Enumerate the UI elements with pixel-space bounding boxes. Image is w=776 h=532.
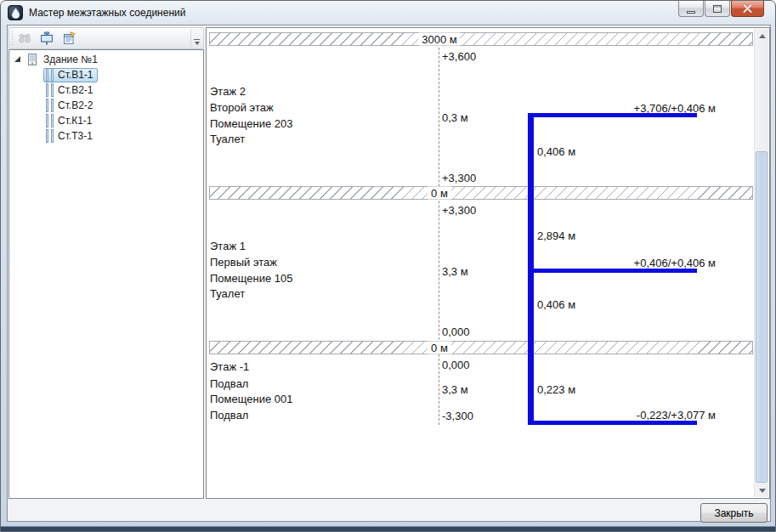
pipe-measure-label: 0,406 м [537,298,575,312]
floor2-info: Туалет [210,133,245,146]
connections-icon [40,31,54,45]
dialog-client-area: Здание №1 Ст.В1-1 Ст.В2-1 Ст.В2-2 Ст.К1-… [7,25,771,522]
basement-info: Подвал [210,377,248,391]
tree-item[interactable]: Ст.В1-1 [9,67,203,82]
floor1-info: Помещение 105 [210,272,293,286]
floor1-info: Этаж 1 [210,240,246,253]
tree-item-label: Ст.В2-2 [58,99,93,111]
tree-item-label: Ст.В2-1 [58,84,93,96]
basement-info: Этаж -1 [210,360,249,374]
arrow-down-icon [759,489,766,493]
scrollbar-up-button[interactable] [755,29,769,42]
toolbar-overflow-button[interactable] [190,29,202,48]
tree-children: Ст.В1-1 Ст.В2-1 Ст.В2-2 Ст.К1-1 Ст.Т3-1 [9,67,203,144]
slab-label: 0 м [428,342,451,354]
elevation-label: -3,300 [442,410,473,423]
dialog-window: Мастер межэтажных соединений [0,0,776,532]
maximize-button[interactable] [705,1,730,17]
tree-item-label: Ст.В1-1 [58,69,93,81]
branch-pipe-bottom [530,421,697,425]
toolbar-grip[interactable] [11,31,14,45]
riser-icon [46,99,54,112]
elevation-label: +3,300 [442,172,476,185]
tree-item[interactable]: Ст.К1-1 [9,113,203,128]
riser-icon [46,114,54,127]
title-bar[interactable]: Мастер межэтажных соединений [1,1,775,25]
pipe-measure-label: 0,406 м [537,145,575,159]
riser-icon [46,129,54,143]
pipe-measure-label: 2,894 м [537,229,575,243]
basement-info: Подвал [210,409,248,422]
close-icon [743,4,752,14]
minimize-button[interactable] [678,1,704,17]
properties-icon [62,31,76,45]
close-window-button[interactable] [731,1,764,17]
building-icon [25,53,39,66]
tree-item-label: Ст.К1-1 [58,115,93,127]
floor-slab: 3000 м [209,32,753,46]
tree-item-label: Ст.Т3-1 [58,130,93,142]
elevation-label: 0,000 [442,359,470,372]
tree-item[interactable]: Ст.Т3-1 [9,128,203,144]
tree-item-building[interactable]: Здание №1 [9,52,203,67]
scrollbar-thumb[interactable] [756,151,768,483]
slab-label: 0 м [428,187,451,200]
vertical-scrollbar[interactable] [754,29,768,497]
elevation-label: 0,000 [442,325,470,339]
window-bottom-frame [1,526,775,531]
maximize-icon [713,5,722,13]
branch-pipe-top [530,113,697,117]
elevation-label: +3,300 [442,204,476,218]
branch-pipe-middle [530,269,697,273]
axis-dashed-line [439,48,439,425]
find-button[interactable] [14,29,35,48]
slab-label: 3000 м [418,33,460,46]
riser-icon [46,83,54,97]
measure-label: 0,3 м [442,111,468,125]
app-water-drop-icon [8,5,23,20]
toolbar [8,27,204,49]
floor2-info: Второй этаж [210,101,274,115]
elevation-label: +3,600 [442,50,476,64]
close-button[interactable]: Закрыть [700,503,768,523]
overflow-bar-icon [194,39,200,40]
floor2-info: Этаж 2 [210,85,246,99]
floor2-info: Помещение 203 [210,117,293,131]
tree-item-label: Здание №1 [43,54,98,65]
measure-label: 3,3 м [442,383,468,397]
interfloor-connections-button[interactable] [37,29,57,48]
riser-icon [46,68,54,82]
scrollbar-down-button[interactable] [755,484,769,497]
chevron-down-icon [195,42,200,45]
properties-button[interactable] [59,29,79,48]
floor-slab: 0 м [209,341,753,354]
section-canvas: 3000 м0 м0 мЭтаж 2Второй этажПомещение 2… [206,27,770,499]
tree-item[interactable]: Ст.В2-1 [9,82,203,98]
measure-label: 3,3 м [442,265,468,279]
binoculars-icon [18,31,31,45]
arrow-up-icon [759,34,766,38]
basement-info: Помещение 001 [210,393,293,406]
minimize-icon [687,11,695,14]
floor1-info: Первый этаж [210,256,277,269]
window-title: Мастер межэтажных соединений [29,7,185,19]
tree-item[interactable]: Ст.В2-2 [9,98,203,113]
risers-tree-panel: Здание №1 Ст.В1-1 Ст.В2-1 Ст.В2-2 Ст.К1-… [8,49,204,499]
expander-icon[interactable] [14,56,20,62]
floor-slab: 0 м [209,186,753,200]
floor1-info: Туалет [210,287,245,301]
pipe-measure-label: 0,223 м [537,383,575,397]
